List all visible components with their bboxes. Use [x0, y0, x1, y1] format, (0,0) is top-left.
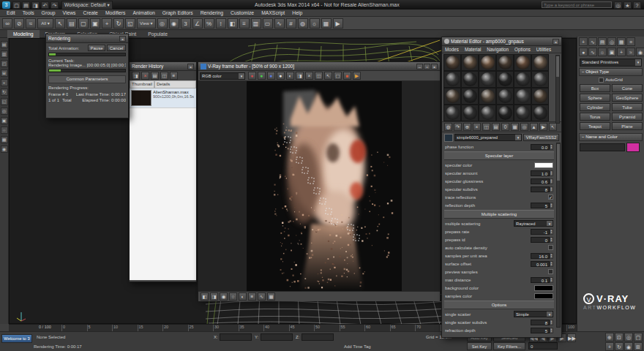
unlink-selection-icon[interactable]: ⊘	[14, 18, 24, 29]
put-to-library-icon[interactable]: ▤	[492, 123, 500, 131]
cameras-category-icon[interactable]: ▣	[607, 48, 616, 56]
param-value-field[interactable]: -1	[531, 229, 550, 235]
name-and-color-rollout[interactable]: − Name and Color	[579, 133, 643, 141]
current-frame-field[interactable]: 0	[528, 342, 558, 350]
scale-tool-icon[interactable]: ◱	[1, 98, 8, 105]
param-value-field[interactable]: 8	[531, 320, 550, 325]
timeline-tick[interactable]: 40	[263, 325, 269, 331]
material-type-button[interactable]: VRayFastSSS2	[523, 134, 559, 141]
render-last-icon[interactable]: ▶	[353, 72, 361, 80]
select-and-scale-icon[interactable]: ◱	[125, 18, 135, 29]
material-editor-icon[interactable]: ◍	[298, 18, 308, 29]
move-tool-icon[interactable]: +	[1, 79, 8, 86]
create-plane-button[interactable]: Plane	[612, 122, 643, 130]
show-end-result-icon[interactable]: ◎	[520, 123, 528, 131]
object-color-swatch[interactable]	[626, 143, 640, 152]
param-value-field[interactable]: 0.6	[531, 178, 550, 184]
param-checkbox[interactable]	[548, 245, 553, 250]
select-by-name-icon[interactable]: ▤	[67, 18, 77, 29]
use-pivot-center-icon[interactable]: ◎	[157, 18, 168, 29]
spinner-arrows-icon[interactable]: ▴▾	[550, 178, 553, 184]
shapes-category-icon[interactable]: ∿	[588, 48, 597, 56]
create-geosphere-button[interactable]: GeoSphere	[612, 94, 643, 102]
clear-image-icon[interactable]: ×	[305, 72, 313, 80]
workspace-dropdown[interactable]: Workspace: Default ▾	[61, 1, 113, 10]
motion-tab-icon[interactable]: ◎	[607, 37, 616, 46]
lights-category-icon[interactable]: ☼	[598, 48, 607, 56]
param-value-field[interactable]: 0.1	[531, 277, 550, 283]
set-key-button[interactable]: Set Key	[467, 342, 492, 350]
track-mouse-icon[interactable]: ↖	[324, 72, 332, 80]
levels-icon[interactable]: ≡	[248, 292, 256, 301]
favorites-star-icon[interactable]: ★	[624, 1, 632, 9]
render-production-icon[interactable]: ▶	[333, 18, 343, 29]
background-image-icon[interactable]: ▦	[267, 292, 275, 301]
blue-channel-icon[interactable]: ●	[267, 72, 275, 80]
spinner-arrows-icon[interactable]: ▴▾	[550, 203, 553, 208]
go-forward-icon[interactable]: ▶	[539, 123, 547, 131]
percent-snap-icon[interactable]: %	[204, 18, 214, 29]
force-color-clamping-icon[interactable]: ◧	[201, 292, 209, 301]
align-icon[interactable]: ≡	[239, 18, 250, 29]
save-render-icon[interactable]: ◨	[132, 72, 140, 80]
create-tab-icon[interactable]: +	[579, 37, 588, 46]
systems-category-icon[interactable]: ◉	[636, 48, 644, 56]
param-value-field[interactable]: 5	[531, 203, 550, 208]
spinner-arrows-icon[interactable]: ▴▾	[550, 170, 553, 176]
spinner-arrows-icon[interactable]: ▴▾	[550, 253, 553, 259]
cancel-button[interactable]: Cancel	[107, 45, 126, 51]
stop-render-icon[interactable]: ■	[343, 72, 351, 80]
bind-to-space-warp-icon[interactable]: ≈	[26, 18, 36, 29]
menu-create[interactable]: Create	[80, 10, 102, 17]
load-render-icon[interactable]: ▤	[151, 72, 159, 80]
param-checkbox[interactable]: ✓	[548, 195, 553, 200]
ribbon-tab-modeling[interactable]: Modeling	[7, 30, 40, 38]
spinner-arrows-icon[interactable]: ▴▾	[550, 328, 553, 333]
scene-explorer-icon[interactable]: ▤	[1, 41, 8, 48]
make-unique-icon[interactable]: ◫	[482, 123, 490, 131]
zoom-icon[interactable]: ⊕	[605, 333, 614, 341]
infocenter-search-input[interactable]	[542, 1, 612, 8]
param-dropdown[interactable]: Simple▾	[514, 311, 553, 317]
render-setup-icon[interactable]: ☼	[310, 18, 320, 29]
material-slot[interactable]	[479, 88, 496, 105]
menu-graph-editors[interactable]: Graph Editors	[159, 10, 197, 17]
hierarchy-tab-icon[interactable]: ▤	[598, 37, 607, 46]
curve-editor-icon[interactable]: ∿	[274, 18, 285, 29]
camera-icon[interactable]: ▣	[1, 117, 8, 124]
undo-icon[interactable]: ↶	[41, 1, 49, 9]
channel-dropdown[interactable]: RGB color▾	[200, 72, 245, 80]
pixel-information-icon[interactable]: ◉	[220, 292, 228, 301]
minimize-icon[interactable]: –	[416, 64, 423, 69]
material-slot[interactable]	[461, 105, 479, 121]
autogrid-checkbox[interactable]	[599, 78, 604, 83]
column-header-thumbnail[interactable]: Thumbnail	[130, 80, 154, 88]
create-box-button[interactable]: Box	[580, 84, 610, 92]
redo-icon[interactable]: ↷	[50, 1, 59, 9]
history-settings-icon[interactable]: ≡	[170, 72, 178, 80]
material-slot[interactable]	[496, 105, 514, 121]
object-name-field[interactable]	[580, 143, 625, 151]
menu-tools[interactable]: Tools	[19, 10, 38, 17]
go-to-parent-icon[interactable]: ▲	[530, 123, 538, 131]
param-value-field[interactable]: 1.0	[531, 170, 550, 176]
close-icon[interactable]: ×	[187, 64, 194, 69]
timeline-tick[interactable]: 35	[239, 325, 244, 331]
material-name-dropdown[interactable]: simple6000_prepared▾	[454, 134, 522, 141]
green-channel-icon[interactable]: ●	[258, 72, 266, 80]
angle-snap-icon[interactable]: ∠	[192, 18, 203, 29]
param-value-field[interactable]: 0.0	[531, 144, 550, 150]
go-to-end-button[interactable]: ▶▶	[567, 333, 576, 342]
new-scene-icon[interactable]: ▢	[12, 1, 20, 9]
create-pyramid-button[interactable]: Pyramid	[612, 113, 643, 121]
mirror-icon[interactable]: ◧	[228, 18, 238, 29]
menu-help[interactable]: Help	[288, 10, 306, 17]
material-slot[interactable]	[514, 54, 531, 71]
select-and-rotate-icon[interactable]: ↻	[113, 18, 124, 29]
timeline-tick[interactable]: 0	[61, 325, 65, 331]
timeline-tick[interactable]: 20	[162, 325, 168, 331]
create-cone-button[interactable]: Cone	[612, 84, 643, 92]
vfb-titlebar[interactable]: V-Ray frame buffer - [50% of 900 x 1200]…	[198, 62, 440, 71]
material-slot[interactable]	[443, 54, 461, 71]
select-object-icon[interactable]: ↖	[55, 18, 65, 29]
